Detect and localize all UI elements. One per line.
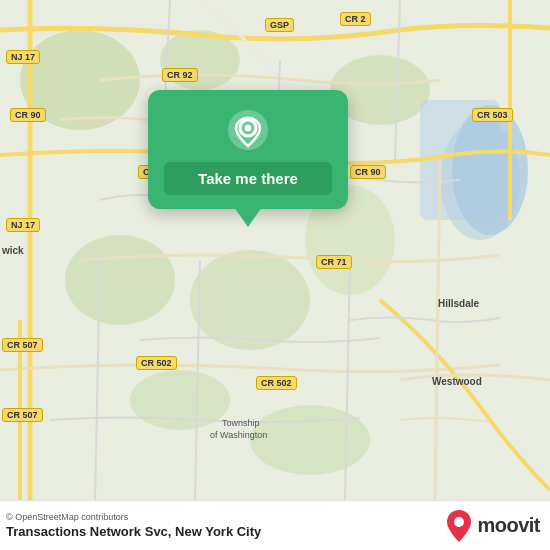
road-label-nj17-mid: NJ 17 [6,218,40,232]
svg-point-15 [454,517,464,527]
place-label-westwood: Westwood [432,376,482,387]
location-name: Transactions Network Svc, New York City [6,524,261,539]
road-label-cr507-bot: CR 507 [2,408,43,422]
road-label-cr507-top: CR 507 [2,338,43,352]
svg-point-14 [245,125,252,132]
road-label-cr92: CR 92 [162,68,198,82]
road-label-cr90-top: CR 90 [10,108,46,122]
popup-card: Take me there [148,90,348,209]
road-label-gsp: GSP [265,18,294,32]
location-pin-icon [226,108,270,152]
svg-point-8 [190,250,310,350]
svg-point-11 [250,405,370,475]
place-label-township: Township [222,418,260,428]
svg-point-7 [65,235,175,325]
moovit-text: moovit [477,514,540,537]
map-container: CR 2 GSP NJ 17 CR 92 CR 90 CR 7 CR 90 CR… [0,0,550,500]
road-label-cr71-mid: CR 71 [316,255,352,269]
copyright-text: © OpenStreetMap contributors [6,512,261,522]
bottom-bar: © OpenStreetMap contributors Transaction… [0,500,550,550]
road-label-cr2: CR 2 [340,12,371,26]
map-background [0,0,550,500]
road-label-cr503: CR 503 [472,108,513,122]
svg-point-6 [452,105,528,235]
road-label-cr502-mid: CR 502 [256,376,297,390]
road-label-cr502-left: CR 502 [136,356,177,370]
place-label-wick: wick [2,245,24,256]
place-label-of-washington: of Washington [210,430,267,440]
moovit-logo: moovit [445,509,540,543]
road-label-nj17-top: NJ 17 [6,50,40,64]
road-label-cr90-mid: CR 90 [350,165,386,179]
bottom-info: © OpenStreetMap contributors Transaction… [6,512,261,539]
take-me-there-button[interactable]: Take me there [164,162,332,195]
moovit-pin-icon [445,509,473,543]
place-label-hillsdale: Hillsdale [438,298,479,309]
